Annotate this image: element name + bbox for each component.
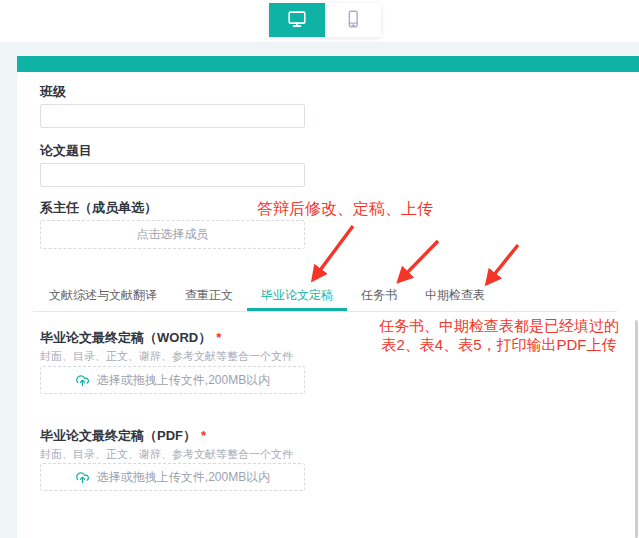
word-upload-hint: 封面、目录、正文、谢辞、参考文献等整合一个文件 bbox=[40, 349, 293, 364]
word-upload-label: 毕业论文最终定稿（WORD）* bbox=[40, 329, 221, 347]
desktop-preview-button[interactable] bbox=[269, 3, 325, 37]
mobile-preview-button[interactable] bbox=[325, 3, 381, 37]
pdf-upload-label: 毕业论文最终定稿（PDF）* bbox=[40, 427, 206, 445]
tab-literature-review[interactable]: 文献综述与文献翻译 bbox=[35, 285, 171, 311]
monitor-icon bbox=[286, 8, 308, 33]
phone-icon bbox=[342, 8, 364, 33]
thesis-title-field-label: 论文题目 bbox=[40, 142, 92, 160]
tab-plagiarism-text[interactable]: 查重正文 bbox=[171, 285, 247, 311]
tab-final-thesis[interactable]: 毕业论文定稿 bbox=[247, 285, 347, 311]
annotation-note-revise-upload: 答辩后修改、定稿、上传 bbox=[257, 199, 433, 220]
member-picker[interactable]: 点击选择成员 bbox=[40, 220, 305, 249]
word-upload-label-text: 毕业论文最终定稿（WORD） bbox=[40, 330, 211, 345]
pdf-upload-label-text: 毕业论文最终定稿（PDF） bbox=[40, 428, 196, 443]
pdf-dropzone-text: 选择或拖拽上传文件,200MB以内 bbox=[97, 469, 270, 486]
annotation-note-line2: 表2、表4、表5，打印输出PDF上传 bbox=[368, 335, 630, 354]
form-header-accent-bar bbox=[17, 56, 639, 72]
upload-cloud-icon bbox=[75, 373, 90, 388]
device-preview-bar bbox=[0, 0, 639, 43]
upload-cloud-icon bbox=[75, 470, 90, 485]
word-upload-dropzone[interactable]: 选择或拖拽上传文件,200MB以内 bbox=[40, 366, 305, 394]
tab-midterm-check[interactable]: 中期检查表 bbox=[411, 285, 499, 311]
thesis-title-input[interactable] bbox=[40, 163, 305, 187]
vertical-scrollbar-thumb[interactable] bbox=[635, 320, 638, 538]
class-field-label: 班级 bbox=[40, 83, 66, 101]
class-input[interactable] bbox=[40, 104, 305, 128]
required-asterisk: * bbox=[216, 330, 221, 345]
device-toggle-group bbox=[269, 3, 381, 37]
pdf-upload-hint: 封面、目录、正文、谢辞、参考文献等整合一个文件 bbox=[40, 447, 293, 462]
annotation-note-prefilled-forms: 任务书、中期检查表都是已经填过的 表2、表4、表5，打印输出PDF上传 bbox=[368, 316, 630, 354]
word-dropzone-text: 选择或拖拽上传文件,200MB以内 bbox=[97, 372, 270, 389]
document-tabs: 文献综述与文献翻译 查重正文 毕业论文定稿 任务书 中期检查表 bbox=[33, 285, 617, 312]
annotation-note-line1: 任务书、中期检查表都是已经填过的 bbox=[368, 316, 630, 335]
tab-task-book[interactable]: 任务书 bbox=[347, 285, 411, 311]
required-asterisk: * bbox=[201, 428, 206, 443]
pdf-upload-dropzone[interactable]: 选择或拖拽上传文件,200MB以内 bbox=[40, 463, 305, 491]
dept-head-field-label: 系主任（成员单选） bbox=[40, 199, 157, 217]
